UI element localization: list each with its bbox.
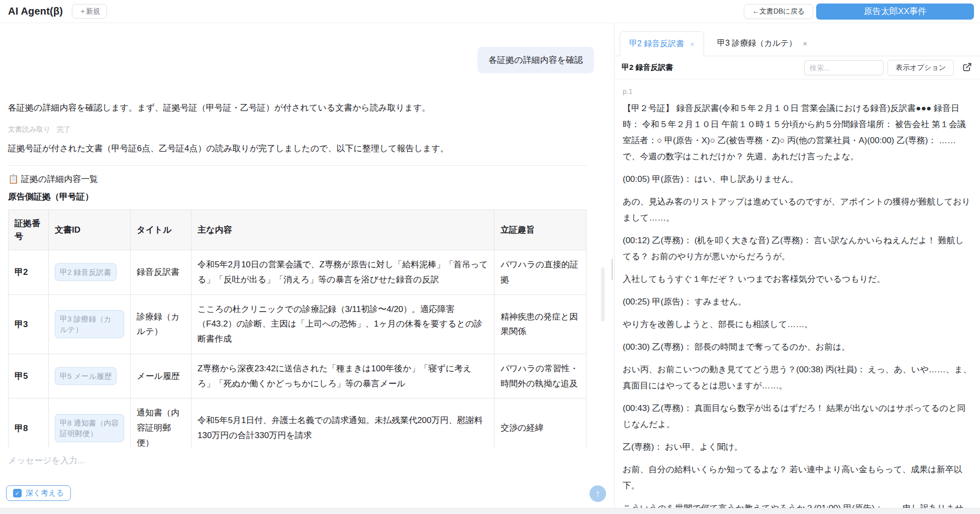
table-header-row: 証拠番号 文書ID タイトル 主な内容 立証趣旨 [9, 210, 586, 250]
external-link-icon [962, 62, 972, 73]
assistant-report-message: 証拠号証が付された文書（甲号証6点、乙号証4点）の読み取りが完了しましたので、以… [8, 143, 594, 154]
status-label: 文書読み取り [8, 125, 51, 133]
user-message-bubble: 各証拠の詳細内容を確認 [477, 47, 594, 73]
table-row: 甲5 甲5 メール履歴 メール履歴 Z専務から深夜23:42に送信された「種まき… [9, 354, 586, 398]
doc-paragraph: やり方を改善しようと、部長にも相談して……。 [623, 317, 972, 333]
status-value: 完了 [57, 125, 71, 133]
evidence-content: 令和5年2月10日の営業会議で、Z専務が原告に対し「給料泥棒」「首吊ってる」「反… [191, 250, 495, 295]
doc-paragraph: お前、自分の給料いくらか知ってるよな？ 若い連中より高い金もらって、成果は新卒以… [623, 462, 972, 494]
tab-koh2-transcript[interactable]: 甲2 録音反訳書 × [620, 31, 704, 56]
message-divider [8, 165, 587, 166]
tab-koh3-karte[interactable]: 甲3 診療録（カルテ） × [704, 31, 820, 56]
tab-close-icon[interactable]: × [803, 39, 808, 48]
evidence-content: 令和5年5月1日付、弁護士名義での請求通知。未払残業代200万円、慰謝料130万… [191, 398, 495, 449]
case-button[interactable]: 原告太郎XX事件 [816, 4, 974, 20]
doc-id-chip[interactable]: 甲8 通知書（内容証明郵便） [55, 414, 124, 442]
doc-paragraph: 【甲２号証】 録音反訳書(令和５年２月１０日 営業会議における録音)反訳書●●●… [623, 100, 972, 165]
evidence-content: Z専務から深夜23:42に送信された「種まきは100年後か」「寝ずに考えろ」「死… [191, 354, 495, 398]
doc-paragraph: (00:43) 乙(専務)： 真面目なら数字が出るはずだろ！ 結果が出ないのはサ… [623, 400, 972, 433]
chat-scrollbar[interactable] [601, 267, 605, 322]
doc-id-chip[interactable]: 甲2 録音反訳書 [55, 263, 117, 281]
viewer-doc-title: 甲2 録音反訳書 [622, 63, 673, 72]
doc-paragraph: おい丙、お前こいつの動き見ててどう思う？(00:38) 丙(社員)： えっ、あ、… [623, 362, 972, 394]
page-number-label: p.1 [623, 87, 972, 95]
doc-paragraph: あの、見込み客のリストアップは進めているのですが、アポイントの獲得が難航しており… [623, 194, 972, 226]
doc-paragraph: (00:05) 甲(原告)： はい、申し訳ありません。 [623, 171, 972, 187]
display-options-button[interactable]: 表示オプション [888, 60, 954, 76]
send-button[interactable]: ↑ [590, 485, 606, 502]
evidence-number: 甲5 [9, 354, 49, 398]
doc-paragraph: 入社してもうすぐ１年だぞ？ いつまでお客様気分でいるつもりだ。 [623, 271, 972, 287]
tab-close-icon[interactable]: × [690, 40, 695, 48]
evidence-number: 甲3 [9, 294, 49, 354]
table-row: 甲2 甲2 録音反訳書 録音反訳書 令和5年2月10日の営業会議で、Z専務が原告… [9, 250, 586, 295]
header-purpose: 立証趣旨 [495, 210, 586, 250]
clipboard-icon: 📋 [8, 174, 19, 184]
document-tabs: 甲2 録音反訳書 × 甲3 診療録（カルテ） × [615, 23, 980, 56]
viewer-toolbar: 甲2 録音反訳書 表示オプション [615, 56, 980, 79]
evidence-purpose: パワハラの直接的証拠 [495, 250, 586, 295]
bottom-strip [0, 508, 980, 514]
evidence-title: 診療録（カルテ） [131, 294, 191, 354]
evidence-title: 通知書（内容証明郵便） [131, 398, 191, 449]
evidence-number: 甲8 [9, 398, 49, 449]
evidence-title: 録音反訳書 [131, 250, 191, 295]
header-bar: AI Agent(β) ＋新規 ←文書DBに戻る 原告太郎XX事件 [0, 0, 980, 23]
checkbox-checked-icon[interactable]: ✓ [13, 489, 22, 497]
message-composer: ✓ 深く考える ↑ [0, 449, 614, 508]
doc-read-status: 文書読み取り完了 [8, 125, 594, 134]
header-content: 主な内容 [191, 210, 495, 250]
viewer-search-input[interactable] [804, 60, 884, 75]
message-input[interactable] [8, 455, 586, 488]
doc-id-chip[interactable]: 甲5 メール履歴 [55, 367, 117, 385]
doc-paragraph: (00:12) 乙(専務)： (机を叩く大きな音) 乙(専務)： 言い訳なんかい… [623, 233, 972, 265]
tab-label: 甲3 診療録（カルテ） [717, 38, 797, 49]
tab-label: 甲2 録音反訳書 [629, 39, 684, 49]
assistant-intro-message: 各証拠の詳細内容を確認します。まず、証拠号証（甲号証・乙号証）が付されている文書… [8, 101, 594, 115]
chat-panel: 各証拠の詳細内容を確認 各証拠の詳細内容を確認します。まず、証拠号証（甲号証・乙… [0, 23, 614, 449]
document-text: p.1 【甲２号証】 録音反訳書(令和５年２月１０日 営業会議における録音)反訳… [615, 79, 980, 514]
evidence-number: 甲2 [9, 250, 49, 295]
think-deeper-label: 深く考える [26, 488, 64, 498]
section-heading: 原告側証拠（甲号証） [8, 191, 594, 202]
doc-paragraph: 乙(専務)： おい甲、よく聞け。 [623, 439, 972, 455]
viewer-panel: 甲2 録音反訳書 × 甲3 診療録（カルテ） × 甲2 録音反訳書 表示オプショ… [615, 23, 980, 514]
evidence-table: 証拠番号 文書ID タイトル 主な内容 立証趣旨 甲2 甲2 録音反訳書 録音反… [8, 210, 586, 449]
open-external-button[interactable] [961, 62, 973, 74]
doc-paragraph: (00:25) 甲(原告)： すみません。 [623, 294, 972, 310]
evidence-content: こころの杜クリニックでの診療記録（3/11初診〜4/20）。適応障害（F43.2… [191, 294, 495, 354]
evidence-purpose: 精神疾患の発症と因果関係 [495, 294, 586, 354]
doc-id-chip[interactable]: 甲3 診療録（カルテ） [55, 310, 124, 338]
new-chat-button[interactable]: ＋新規 [72, 4, 107, 19]
evidence-list-heading-text: 証拠の詳細内容一覧 [21, 174, 98, 184]
header-doc-id: 文書ID [49, 210, 131, 250]
evidence-purpose: パワハラの常習性・時間外の執拗な追及 [495, 354, 586, 398]
back-to-docdb-button[interactable]: ←文書DBに戻る [744, 4, 813, 19]
think-deeper-toggle[interactable]: ✓ 深く考える [6, 485, 71, 501]
table-row: 甲3 甲3 診療録（カルテ） 診療録（カルテ） こころの杜クリニックでの診療記録… [9, 294, 586, 354]
evidence-title: メール履歴 [131, 354, 191, 398]
table-row: 甲8 甲8 通知書（内容証明郵便） 通知書（内容証明郵便） 令和5年5月1日付、… [9, 398, 586, 449]
doc-paragraph: (00:30) 乙(専務)： 部長の時間まで奪ってるのか、お前は。 [623, 339, 972, 355]
header-evidence-number: 証拠番号 [9, 210, 49, 250]
header-title: タイトル [131, 210, 191, 250]
app-title: AI Agent(β) [8, 6, 63, 17]
up-arrow-icon: ↑ [596, 488, 601, 499]
evidence-list-heading: 📋 証拠の詳細内容一覧 [8, 173, 594, 185]
evidence-purpose: 交渉の経緯 [495, 398, 586, 449]
